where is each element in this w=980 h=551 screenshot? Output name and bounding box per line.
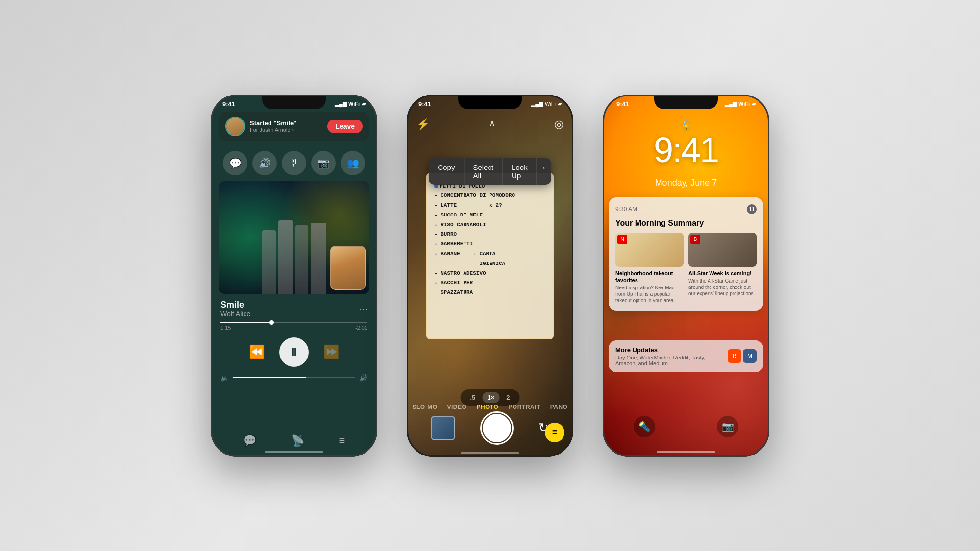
time-remaining: -2:02 bbox=[355, 325, 368, 331]
home-indicator-1 bbox=[265, 451, 323, 453]
updates-card: More Updates Day One, WaterMinder, Reddi… bbox=[609, 340, 763, 372]
camera-lock-icon: 📷 bbox=[722, 421, 734, 432]
signal-icon: ▂▄▆ bbox=[335, 101, 346, 107]
mic-btn[interactable]: 🎙 bbox=[282, 151, 306, 175]
article-2-title: All-Star Week is coming! bbox=[688, 270, 757, 277]
phone1-screen: 9:41 ▂▄▆ WiFi ▰ Started "Smile" For Just… bbox=[211, 95, 377, 457]
time-1: 9:41 bbox=[222, 100, 235, 108]
notch-3 bbox=[654, 95, 718, 109]
copy-button[interactable]: Copy bbox=[429, 158, 464, 185]
zoom-1x[interactable]: 1× bbox=[482, 392, 499, 403]
flashlight-icon: 🔦 bbox=[638, 421, 651, 432]
camera-thumbnail[interactable] bbox=[431, 416, 455, 440]
updates-icons: R M bbox=[728, 349, 757, 363]
camera-modes: SLO-MO VIDEO PHOTO PORTRAIT PANO bbox=[407, 404, 573, 410]
mode-portrait[interactable]: PORTRAIT bbox=[508, 404, 540, 410]
mode-photo[interactable]: PHOTO bbox=[476, 404, 498, 410]
bottom-tabs: 💬 📡 ≡ bbox=[211, 434, 377, 447]
context-menu: Copy Select All Look Up › bbox=[429, 158, 551, 185]
figure-3 bbox=[295, 225, 308, 294]
live-text-scan-icon[interactable]: ≡ bbox=[545, 423, 564, 442]
lock-signal-icon: ▂▄▆ bbox=[725, 101, 736, 107]
mode-slomo[interactable]: SLO-MO bbox=[413, 404, 438, 410]
article-1: N Neighborhood takeout favorites Need in… bbox=[615, 233, 684, 304]
camera-lock-button[interactable]: 📷 bbox=[717, 416, 738, 437]
home-indicator-3 bbox=[657, 451, 715, 453]
more-button[interactable]: ··· bbox=[359, 303, 368, 314]
context-more-arrow[interactable]: › bbox=[537, 158, 551, 185]
article-1-image: N bbox=[615, 233, 684, 267]
phone2-screen: 9:41 ▂▄▆ WiFi ▰ ⚡ ∧ ◎ Copy Select All Lo… bbox=[407, 95, 573, 457]
flashlight-button[interactable]: 🔦 bbox=[634, 416, 655, 437]
lock-status-time: 9:41 bbox=[616, 100, 629, 108]
camera-chevron-icon[interactable]: ∧ bbox=[489, 118, 495, 131]
rewind-button[interactable]: ⏪ bbox=[249, 344, 265, 359]
queue-tab[interactable]: ≡ bbox=[339, 434, 345, 447]
notification-title: Your Morning Summary bbox=[615, 219, 757, 228]
lock-time: 9:41 bbox=[603, 130, 769, 170]
notification-time: 9:30 AM bbox=[615, 206, 637, 213]
volume-track[interactable] bbox=[233, 377, 355, 378]
status-icons-1: ▂▄▆ WiFi ▰ bbox=[335, 101, 366, 107]
live-photo-icon[interactable]: ◎ bbox=[554, 118, 564, 131]
select-all-button[interactable]: Select All bbox=[464, 158, 503, 185]
cam-wifi: WiFi bbox=[545, 101, 556, 107]
scan-icon-glyph: ≡ bbox=[552, 427, 558, 437]
progress-bar[interactable] bbox=[220, 322, 368, 323]
song-info: Smile Wolf Alice ··· bbox=[211, 294, 377, 320]
progress-fill bbox=[220, 322, 272, 323]
article-2: B All-Star Week is coming! With the All-… bbox=[688, 233, 757, 304]
lock-battery-icon: ▰ bbox=[752, 101, 756, 107]
app-icon-2: B bbox=[690, 235, 700, 244]
zoom-2x[interactable]: 2 bbox=[501, 392, 514, 403]
zoom-05[interactable]: .5 bbox=[466, 392, 481, 403]
cam-battery: ▰ bbox=[558, 101, 562, 107]
figure-2 bbox=[278, 220, 293, 294]
phones-container: 9:41 ▂▄▆ WiFi ▰ Started "Smile" For Just… bbox=[191, 75, 789, 477]
lyrics-tab[interactable]: 💬 bbox=[243, 434, 256, 447]
updates-row: More Updates Day One, WaterMinder, Reddi… bbox=[615, 346, 757, 366]
playback-controls: ⏪ ⏸ ⏩ bbox=[211, 333, 377, 372]
lock-bottom-controls: 🔦 📷 bbox=[603, 416, 769, 437]
lock-status-icons: ▂▄▆ WiFi ▰ bbox=[725, 101, 756, 107]
pause-button[interactable]: ⏸ bbox=[279, 337, 309, 367]
leave-button[interactable]: Leave bbox=[327, 120, 363, 133]
flash-icon[interactable]: ⚡ bbox=[416, 118, 430, 131]
phone3-screen: 9:41 ▂▄▆ WiFi ▰ 🔓 9:41 Monday, June 7 9:… bbox=[603, 95, 769, 457]
progress-dot bbox=[270, 320, 274, 325]
notification-badge: 11 bbox=[747, 204, 757, 214]
notch-2 bbox=[458, 95, 522, 109]
figure-1 bbox=[262, 230, 276, 294]
banner-left: Started "Smile" For Justin Arnold › bbox=[225, 117, 296, 136]
volume-low-icon: 🔈 bbox=[220, 374, 229, 382]
camera-status-right: ▂▄▆ WiFi ▰ bbox=[531, 101, 562, 107]
speaker-btn[interactable]: 🔊 bbox=[252, 151, 277, 175]
banner-title: Started "Smile" bbox=[250, 120, 296, 127]
pip-video bbox=[330, 246, 366, 290]
article-2-image: B bbox=[688, 233, 757, 267]
person-btn[interactable]: 👥 bbox=[341, 151, 365, 175]
mode-pano[interactable]: PANO bbox=[550, 404, 568, 410]
album-art bbox=[219, 181, 369, 294]
time-display: 1:15 -2:02 bbox=[220, 325, 368, 331]
lock-wifi-icon: WiFi bbox=[738, 101, 750, 107]
phone-1: 9:41 ▂▄▆ WiFi ▰ Started "Smile" For Just… bbox=[211, 95, 377, 457]
banner-text: Started "Smile" For Justin Arnold › bbox=[250, 120, 296, 133]
cam-signal: ▂▄▆ bbox=[531, 101, 543, 107]
look-up-button[interactable]: Look Up bbox=[503, 158, 537, 185]
app-icon-1: N bbox=[617, 235, 627, 244]
message-btn[interactable]: 💬 bbox=[223, 151, 247, 175]
shutter-button[interactable] bbox=[480, 411, 514, 445]
notification-header: 9:30 AM 11 bbox=[615, 204, 757, 214]
airplay-tab[interactable]: 📡 bbox=[291, 434, 304, 447]
time-elapsed: 1:15 bbox=[220, 325, 231, 331]
camera-top-controls: ⚡ ∧ ◎ bbox=[407, 114, 573, 135]
battery-icon: ▰ bbox=[362, 101, 366, 107]
forward-button[interactable]: ⏩ bbox=[323, 344, 339, 359]
live-text-card: PETTI DI POLLO - CONCENTRATO DI POMODORO… bbox=[426, 173, 554, 339]
volume-control: 🔈 🔊 bbox=[211, 372, 377, 383]
mode-video[interactable]: VIDEO bbox=[447, 404, 467, 410]
facetime-controls: 💬 🔊 🎙 📷 👥 bbox=[211, 145, 377, 181]
camera-btn[interactable]: 📷 bbox=[311, 151, 336, 175]
shutter-inner bbox=[483, 414, 511, 442]
